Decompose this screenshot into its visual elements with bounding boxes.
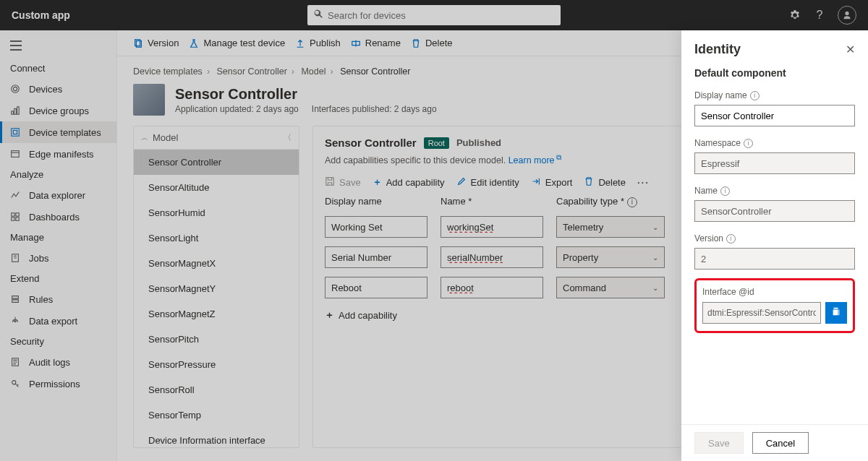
model-item[interactable]: SensorPressure — [134, 352, 299, 377]
chevron-left-icon[interactable]: 〈 — [284, 132, 292, 143]
breadcrumb-item[interactable]: Model — [301, 66, 326, 77]
top-bar: Custom app ? — [0, 0, 868, 30]
save-button[interactable]: Save — [325, 176, 361, 189]
model-item[interactable]: SensorMagnetZ — [134, 301, 299, 327]
model-panel: ︿ Model 〈 Sensor ControllerSensorAltitud… — [133, 126, 299, 448]
name-input[interactable] — [441, 246, 543, 268]
model-item[interactable]: SensorTemp — [134, 402, 299, 428]
cmd-version[interactable]: Version — [133, 38, 179, 48]
display-name-input[interactable] — [325, 246, 427, 268]
info-icon[interactable]: i — [720, 186, 730, 196]
capability-type-select[interactable]: Property⌄ — [556, 246, 665, 268]
display-name-input[interactable] — [325, 216, 427, 238]
copy-button[interactable] — [825, 302, 847, 324]
more-button[interactable]: ··· — [637, 177, 650, 188]
cmd-publish[interactable]: Publish — [295, 38, 341, 48]
capability-type-select[interactable]: Command⌄ — [556, 277, 665, 298]
nav-item-jobs[interactable]: Jobs — [0, 247, 116, 269]
model-item[interactable]: SensorAltitude — [134, 175, 299, 200]
nav-item-edge-manifests[interactable]: Edge manifests — [0, 143, 116, 165]
global-search[interactable] — [307, 5, 561, 25]
info-icon[interactable]: i — [726, 234, 736, 244]
help-icon[interactable]: ? — [813, 9, 826, 22]
model-item[interactable]: SensorHumid — [134, 200, 299, 225]
cmd-rename[interactable]: Rename — [351, 38, 401, 48]
nav-item-audit-logs[interactable]: Audit logs — [0, 351, 116, 373]
breadcrumb-item[interactable]: Sensor Controller — [217, 66, 287, 77]
svg-rect-2 — [12, 111, 14, 114]
export-button[interactable]: Export — [531, 176, 573, 189]
info-icon[interactable]: i — [627, 197, 637, 207]
nav-section-extend: Extend — [0, 269, 116, 288]
cmd-manage-test-device[interactable]: Manage test device — [189, 38, 285, 48]
panel-subtitle: Default component — [694, 67, 855, 79]
name-input[interactable] — [441, 216, 543, 238]
chevron-down-icon: ⌄ — [652, 284, 658, 292]
cmd-delete[interactable]: Delete — [411, 38, 453, 48]
capability-type-select[interactable]: Telemetry⌄ — [556, 216, 665, 238]
data-explorer-icon — [10, 189, 22, 201]
model-item[interactable]: Device Information interface — [134, 428, 299, 453]
detail-title: Sensor Controller — [325, 137, 417, 149]
model-item[interactable]: SensorLight — [134, 225, 299, 251]
panel-title: Identity — [694, 42, 741, 57]
add-capability-button[interactable]: ＋Add capability — [373, 176, 445, 189]
info-icon[interactable]: i — [744, 139, 753, 148]
identity-panel: Identity ✕ Default component Display nam… — [681, 30, 868, 461]
meta-updated: Application updated: 2 days ago — [175, 104, 299, 114]
page-title: Sensor Controller — [175, 86, 437, 103]
chevron-down-icon: ⌄ — [652, 223, 658, 231]
nav-item-permissions[interactable]: Permissions — [0, 373, 116, 395]
svg-rect-4 — [17, 107, 20, 115]
nav-item-data-export[interactable]: Data export — [0, 310, 116, 332]
gear-icon[interactable] — [788, 9, 801, 22]
svg-point-0 — [13, 87, 17, 90]
display-name-input[interactable] — [325, 277, 427, 298]
version-input — [694, 248, 855, 270]
save-button[interactable]: Save — [694, 432, 744, 454]
model-item[interactable]: Sensor Controller — [134, 150, 299, 175]
avatar[interactable] — [838, 6, 856, 25]
publish-icon — [295, 38, 305, 48]
model-item[interactable]: SensorRoll — [134, 377, 299, 402]
breadcrumb-item[interactable]: Device templates — [133, 66, 203, 77]
nav-item-dashboards[interactable]: Dashboards — [0, 206, 116, 228]
col-display-name: Display name — [325, 196, 441, 207]
cancel-button[interactable]: Cancel — [752, 432, 809, 454]
nav-section-manage: Manage — [0, 228, 116, 247]
close-icon[interactable]: ✕ — [846, 43, 855, 56]
model-item[interactable]: SensorMagnetX — [134, 251, 299, 276]
svg-rect-3 — [14, 108, 17, 114]
namespace-label: Namespacei — [694, 138, 855, 148]
device-templates-icon — [10, 126, 22, 138]
version-icon — [133, 38, 143, 48]
display-name-input[interactable] — [694, 105, 855, 126]
nav-item-devices[interactable]: Devices — [0, 78, 116, 100]
nav-item-device-templates[interactable]: Device templates — [0, 121, 116, 143]
model-item[interactable]: SensorMagnetY — [134, 276, 299, 301]
name-input[interactable] — [441, 277, 543, 298]
col-capability-type: Capability type * — [556, 196, 624, 207]
left-nav: Connect Devices Device groups Device tem… — [0, 30, 117, 461]
interface-id-label: Interface @id — [702, 287, 754, 297]
model-item[interactable]: SensorPitch — [134, 327, 299, 352]
meta-published: Interfaces published: 2 days ago — [312, 104, 437, 114]
svg-rect-6 — [13, 130, 17, 134]
published-status: Published — [456, 137, 501, 148]
nav-item-data-explorer[interactable]: Data explorer — [0, 184, 116, 206]
svg-point-1 — [12, 85, 20, 93]
device-groups-icon — [10, 105, 22, 116]
name-label: Namei — [694, 186, 855, 196]
svg-rect-8 — [12, 213, 14, 216]
model-panel-header[interactable]: ︿ Model 〈 — [134, 126, 299, 150]
search-input[interactable] — [328, 10, 555, 21]
hamburger-icon[interactable] — [0, 35, 116, 59]
root-badge: Root — [424, 137, 449, 149]
delete-capability-button[interactable]: Delete — [584, 176, 626, 189]
info-icon[interactable]: i — [750, 91, 760, 100]
nav-item-rules[interactable]: Rules — [0, 288, 116, 310]
edit-identity-button[interactable]: Edit identity — [456, 176, 519, 189]
nav-item-device-groups[interactable]: Device groups — [0, 100, 116, 121]
learn-more-link[interactable]: Learn more ⧉ — [509, 155, 562, 165]
interface-id-highlight: Interface @id — [694, 278, 855, 333]
